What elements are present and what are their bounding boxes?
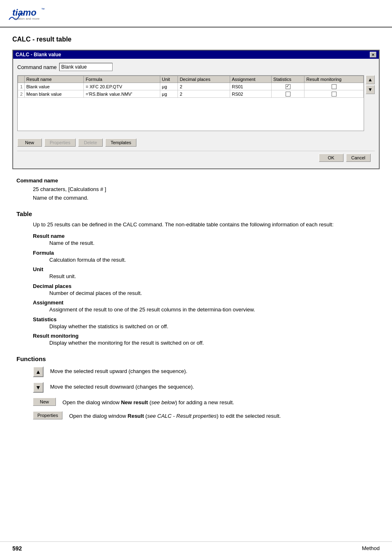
- empty-row: [18, 98, 364, 131]
- properties-btn-icon-area: Properties: [33, 411, 62, 419]
- new-btn-display: New: [33, 398, 56, 406]
- row2-result-monitoring: [304, 90, 364, 98]
- dialog-close-button[interactable]: ×: [370, 52, 376, 58]
- up-arrow-icon: ▲: [33, 366, 44, 377]
- field-formula-label: Formula: [33, 250, 376, 256]
- dialog-window: CALC - Blank value × Command name: [12, 50, 380, 169]
- field-assignment: Assignment Assignment of the result to o…: [33, 299, 376, 314]
- tiamo-logo: tiamo ™ titration and more: [8, 4, 53, 23]
- col-header-num: [18, 76, 25, 83]
- col-header-unit: Unit: [160, 76, 178, 83]
- new-btn-desc: Open the dialog window New result (see b…: [62, 398, 234, 407]
- field-unit-desc: Result unit.: [49, 272, 376, 281]
- function-properties: Properties Open the dialog window Result…: [33, 411, 376, 420]
- new-button[interactable]: New: [17, 138, 42, 147]
- function-up-arrow: ▲ Move the selected result upward (chang…: [33, 366, 376, 377]
- row2-result-name: Mean blank value: [25, 90, 84, 98]
- functions-doc-title: Functions: [16, 355, 376, 362]
- field-formula: Formula Calculation formula of the resul…: [33, 250, 376, 264]
- footer-section: Method: [362, 545, 380, 552]
- header: tiamo ™ titration and more: [0, 0, 392, 28]
- table-header-row: Result name Formula Unit Decimal places …: [18, 76, 364, 83]
- dialog-title: CALC - Blank value: [16, 52, 61, 58]
- properties-btn-desc: Open the dialog window Result (see CALC …: [69, 411, 281, 420]
- table-doc-title: Table: [16, 210, 376, 217]
- field-result-monitoring: Result monitoring Display whether the mo…: [33, 333, 376, 347]
- table-area: Result name Formula Unit Decimal places …: [17, 75, 375, 135]
- function-new: New Open the dialog window New result (s…: [33, 398, 376, 407]
- row2-formula: ='RS.Blank value.NMV': [84, 90, 160, 98]
- col-header-assignment: Assignment: [230, 76, 272, 83]
- command-name-input[interactable]: [59, 63, 113, 71]
- down-arrow-desc: Move the selected result downward (chang…: [50, 382, 194, 391]
- col-header-formula: Formula: [84, 76, 160, 83]
- col-header-result-monitoring: Result monitoring: [304, 76, 364, 83]
- field-result-name-desc: Name of the result.: [49, 239, 376, 247]
- field-result-monitoring-desc: Display whether the monitoring for the r…: [49, 339, 376, 347]
- move-down-button[interactable]: ▼: [366, 85, 375, 94]
- result-table-container: Result name Formula Unit Decimal places …: [17, 75, 364, 131]
- page-number: 592: [12, 545, 22, 552]
- properties-btn-display: Properties: [33, 411, 62, 419]
- field-statistics: Statistics Display whether the statistic…: [33, 316, 376, 331]
- row2-result-monitoring-checkbox[interactable]: [332, 92, 337, 97]
- field-assignment-desc: Assignment of the result to one of the 2…: [49, 306, 376, 314]
- col-header-statistics: Statistics: [272, 76, 304, 83]
- function-down-arrow: ▼ Move the selected result downward (cha…: [33, 382, 376, 393]
- cmd-name-line1: 25 characters, [Calculations # ]: [33, 185, 376, 193]
- page-content: CALC - result table CALC - Blank value ×…: [0, 28, 392, 437]
- col-header-decimal-places: Decimal places: [178, 76, 230, 83]
- row1-result-name: Blank value: [25, 83, 84, 90]
- row2-assignment: RS02: [230, 90, 272, 98]
- down-arrow-icon-area: ▼: [33, 382, 44, 393]
- dialog-button-row: New Properties Delete Templates: [17, 138, 375, 147]
- functions-doc-section: Functions ▲ Move the selected result upw…: [16, 355, 376, 420]
- field-result-monitoring-label: Result monitoring: [33, 333, 376, 339]
- row1-assignment: RS01: [230, 83, 272, 90]
- cmd-name-line2: Name of the command.: [33, 194, 376, 202]
- svg-text:tiamo: tiamo: [12, 7, 37, 18]
- templates-button[interactable]: Templates: [105, 138, 136, 147]
- row2-decimal-places: 2: [178, 90, 230, 98]
- ok-button[interactable]: OK: [319, 154, 344, 162]
- row-num-2: 2: [18, 90, 25, 98]
- down-arrow-icon: ▼: [33, 382, 44, 393]
- field-formula-desc: Calculation formula of the result.: [49, 256, 376, 264]
- field-statistics-label: Statistics: [33, 316, 376, 322]
- row1-formula: = XFC 20.EP.QTV: [84, 83, 160, 90]
- move-up-button[interactable]: ▲: [366, 75, 375, 84]
- field-statistics-desc: Display whether the statistics is switch…: [49, 322, 376, 331]
- table-row[interactable]: 2 Mean blank value ='RS.Blank value.NMV'…: [18, 90, 364, 98]
- field-assignment-label: Assignment: [33, 299, 376, 306]
- table-row[interactable]: 1 Blank value = XFC 20.EP.QTV μg 2 RS01: [18, 83, 364, 90]
- section-title: CALC - result table: [12, 36, 380, 43]
- arrow-buttons: ▲ ▼: [366, 75, 375, 135]
- field-unit-label: Unit: [33, 266, 376, 272]
- row1-statistics: [272, 83, 304, 90]
- cmd-name-title: Command name: [16, 177, 376, 184]
- row1-decimal-places: 2: [178, 83, 230, 90]
- doc-content: Command name 25 characters, [Calculation…: [12, 177, 380, 420]
- logo-area: tiamo ™ titration and more: [8, 4, 53, 23]
- row1-statistics-checkbox[interactable]: [286, 84, 291, 89]
- row1-result-monitoring-checkbox[interactable]: [332, 84, 337, 89]
- field-decimal-places: Decimal places Number of decimal places …: [33, 283, 376, 297]
- dialog-body: Command name Result name Formula: [13, 59, 379, 168]
- row2-statistics-checkbox[interactable]: [286, 92, 291, 97]
- row2-statistics: [272, 90, 304, 98]
- properties-button[interactable]: Properties: [44, 138, 76, 147]
- field-result-name-label: Result name: [33, 233, 376, 239]
- command-name-label: Command name: [17, 64, 57, 70]
- row-num-1: 1: [18, 83, 25, 90]
- row1-unit: μg: [160, 83, 178, 90]
- table-wrapper: Result name Formula Unit Decimal places …: [17, 75, 364, 135]
- new-btn-icon-area: New: [33, 398, 56, 406]
- table-doc-section: Table Up to 25 results can be defined in…: [16, 210, 376, 347]
- page-footer: 592 Method: [0, 541, 392, 555]
- cancel-button[interactable]: Cancel: [346, 154, 371, 162]
- ok-cancel-row: OK Cancel: [17, 151, 375, 164]
- col-header-result-name: Result name: [25, 76, 84, 83]
- dialog-titlebar: CALC - Blank value ×: [13, 51, 379, 59]
- svg-text:™: ™: [41, 7, 45, 12]
- delete-button[interactable]: Delete: [78, 138, 103, 147]
